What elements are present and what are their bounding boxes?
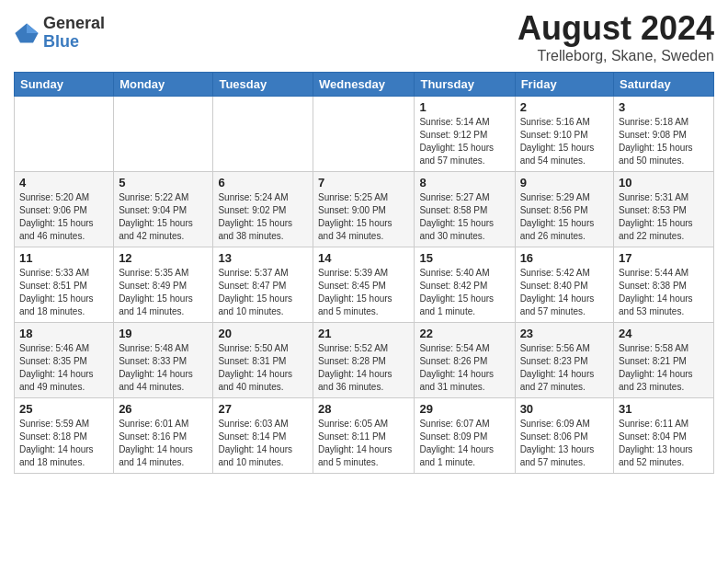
calendar-cell: 21Sunrise: 5:52 AM Sunset: 8:28 PM Dayli…: [313, 323, 415, 398]
day-number: 28: [318, 402, 409, 416]
calendar-cell: 24Sunrise: 5:58 AM Sunset: 8:21 PM Dayli…: [614, 323, 714, 398]
day-info: Sunrise: 5:59 AM Sunset: 8:18 PM Dayligh…: [19, 418, 108, 469]
day-number: 10: [619, 176, 709, 190]
calendar-cell: 12Sunrise: 5:35 AM Sunset: 8:49 PM Dayli…: [114, 247, 213, 323]
day-number: 20: [218, 327, 308, 340]
day-info: Sunrise: 5:44 AM Sunset: 8:38 PM Dayligh…: [619, 267, 709, 318]
calendar-cell: 28Sunrise: 6:05 AM Sunset: 8:11 PM Dayli…: [313, 398, 415, 474]
day-number: 5: [119, 176, 208, 190]
logo: General Blue: [14, 15, 105, 52]
day-info: Sunrise: 5:14 AM Sunset: 9:12 PM Dayligh…: [419, 116, 509, 167]
day-info: Sunrise: 5:25 AM Sunset: 9:00 PM Dayligh…: [318, 191, 409, 243]
calendar-cell: 3Sunrise: 5:18 AM Sunset: 9:08 PM Daylig…: [614, 97, 714, 172]
day-number: 19: [119, 327, 208, 340]
calendar-cell: 11Sunrise: 5:33 AM Sunset: 8:51 PM Dayli…: [15, 247, 114, 323]
day-info: Sunrise: 6:07 AM Sunset: 8:09 PM Dayligh…: [419, 418, 509, 469]
day-number: 11: [19, 251, 108, 265]
calendar-cell: 18Sunrise: 5:46 AM Sunset: 8:35 PM Dayli…: [15, 323, 114, 398]
day-number: 26: [119, 402, 208, 416]
day-number: 30: [520, 402, 609, 416]
calendar-cell: 6Sunrise: 5:24 AM Sunset: 9:02 PM Daylig…: [213, 172, 313, 247]
day-number: 27: [218, 402, 308, 416]
calendar-cell: 26Sunrise: 6:01 AM Sunset: 8:16 PM Dayli…: [114, 398, 213, 474]
main-title: August 2024: [518, 9, 714, 48]
day-number: 9: [520, 176, 609, 190]
day-info: Sunrise: 5:37 AM Sunset: 8:47 PM Dayligh…: [218, 267, 308, 318]
calendar-week-1: 1Sunrise: 5:14 AM Sunset: 9:12 PM Daylig…: [15, 97, 714, 172]
calendar-cell: 14Sunrise: 5:39 AM Sunset: 8:45 PM Dayli…: [313, 247, 415, 323]
day-number: 22: [419, 327, 509, 340]
calendar-cell: 1Sunrise: 5:14 AM Sunset: 9:12 PM Daylig…: [415, 97, 515, 172]
calendar-cell: 7Sunrise: 5:25 AM Sunset: 9:00 PM Daylig…: [313, 172, 415, 247]
logo-text: General Blue: [43, 15, 105, 52]
calendar-cell: 2Sunrise: 5:16 AM Sunset: 9:10 PM Daylig…: [515, 97, 613, 172]
day-info: Sunrise: 5:22 AM Sunset: 9:04 PM Dayligh…: [119, 191, 208, 243]
day-number: 12: [119, 251, 208, 265]
day-number: 24: [619, 327, 709, 340]
day-info: Sunrise: 6:11 AM Sunset: 8:04 PM Dayligh…: [619, 418, 709, 469]
day-info: Sunrise: 5:18 AM Sunset: 9:08 PM Dayligh…: [619, 116, 709, 167]
day-info: Sunrise: 5:40 AM Sunset: 8:42 PM Dayligh…: [419, 267, 509, 318]
subtitle: Trelleborg, Skane, Sweden: [518, 48, 714, 64]
day-number: 25: [19, 402, 108, 416]
title-section: August 2024 Trelleborg, Skane, Sweden: [518, 9, 714, 64]
svg-marker-1: [27, 23, 39, 33]
day-number: 29: [419, 402, 509, 416]
day-number: 15: [419, 251, 509, 265]
calendar-week-4: 18Sunrise: 5:46 AM Sunset: 8:35 PM Dayli…: [15, 323, 714, 398]
logo-icon: [14, 20, 40, 46]
day-number: 23: [520, 327, 609, 340]
calendar-cell: 20Sunrise: 5:50 AM Sunset: 8:31 PM Dayli…: [213, 323, 313, 398]
calendar-cell: 8Sunrise: 5:27 AM Sunset: 8:58 PM Daylig…: [415, 172, 515, 247]
calendar-cell: 5Sunrise: 5:22 AM Sunset: 9:04 PM Daylig…: [114, 172, 213, 247]
day-number: 17: [619, 251, 709, 265]
day-number: 8: [419, 176, 509, 190]
day-number: 7: [318, 176, 409, 190]
day-number: 31: [619, 402, 709, 416]
day-info: Sunrise: 5:39 AM Sunset: 8:45 PM Dayligh…: [318, 267, 409, 318]
calendar-table: SundayMondayTuesdayWednesdayThursdayFrid…: [14, 72, 714, 474]
calendar-cell: 15Sunrise: 5:40 AM Sunset: 8:42 PM Dayli…: [415, 247, 515, 323]
calendar-cell: 29Sunrise: 6:07 AM Sunset: 8:09 PM Dayli…: [415, 398, 515, 474]
calendar-header-saturday: Saturday: [614, 73, 714, 97]
day-number: 3: [619, 100, 709, 114]
day-number: 18: [19, 327, 108, 340]
day-number: 13: [218, 251, 308, 265]
calendar-week-2: 4Sunrise: 5:20 AM Sunset: 9:06 PM Daylig…: [15, 172, 714, 247]
day-number: 14: [318, 251, 409, 265]
logo-general: General: [43, 14, 105, 32]
calendar-cell: [313, 97, 415, 172]
day-number: 6: [218, 176, 308, 190]
calendar-cell: [213, 97, 313, 172]
day-info: Sunrise: 5:35 AM Sunset: 8:49 PM Dayligh…: [119, 267, 208, 318]
calendar-cell: 16Sunrise: 5:42 AM Sunset: 8:40 PM Dayli…: [515, 247, 613, 323]
day-info: Sunrise: 6:03 AM Sunset: 8:14 PM Dayligh…: [218, 418, 308, 469]
day-info: Sunrise: 6:05 AM Sunset: 8:11 PM Dayligh…: [318, 418, 409, 469]
calendar-week-3: 11Sunrise: 5:33 AM Sunset: 8:51 PM Dayli…: [15, 247, 714, 323]
day-info: Sunrise: 5:52 AM Sunset: 8:28 PM Dayligh…: [318, 342, 409, 394]
calendar-cell: 4Sunrise: 5:20 AM Sunset: 9:06 PM Daylig…: [15, 172, 114, 247]
day-info: Sunrise: 5:24 AM Sunset: 9:02 PM Dayligh…: [218, 191, 308, 243]
calendar-cell: [114, 97, 213, 172]
calendar-cell: 13Sunrise: 5:37 AM Sunset: 8:47 PM Dayli…: [213, 247, 313, 323]
day-number: 4: [19, 176, 108, 190]
calendar-header-monday: Monday: [114, 73, 213, 97]
calendar-cell: 25Sunrise: 5:59 AM Sunset: 8:18 PM Dayli…: [15, 398, 114, 474]
calendar-cell: 31Sunrise: 6:11 AM Sunset: 8:04 PM Dayli…: [614, 398, 714, 474]
calendar-header-wednesday: Wednesday: [313, 73, 415, 97]
day-info: Sunrise: 6:09 AM Sunset: 8:06 PM Dayligh…: [520, 418, 609, 469]
day-number: 2: [520, 100, 609, 114]
calendar-cell: 9Sunrise: 5:29 AM Sunset: 8:56 PM Daylig…: [515, 172, 613, 247]
day-info: Sunrise: 6:01 AM Sunset: 8:16 PM Dayligh…: [119, 418, 208, 469]
calendar-cell: 23Sunrise: 5:56 AM Sunset: 8:23 PM Dayli…: [515, 323, 613, 398]
calendar-cell: 17Sunrise: 5:44 AM Sunset: 8:38 PM Dayli…: [614, 247, 714, 323]
calendar-header-sunday: Sunday: [15, 73, 114, 97]
day-info: Sunrise: 5:58 AM Sunset: 8:21 PM Dayligh…: [619, 342, 709, 394]
calendar-cell: [15, 97, 114, 172]
logo-blue: Blue: [43, 32, 79, 51]
page-header: General Blue August 2024 Trelleborg, Ska…: [14, 9, 714, 64]
calendar-header-thursday: Thursday: [415, 73, 515, 97]
calendar-cell: 10Sunrise: 5:31 AM Sunset: 8:53 PM Dayli…: [614, 172, 714, 247]
day-info: Sunrise: 5:33 AM Sunset: 8:51 PM Dayligh…: [19, 267, 108, 318]
calendar-cell: 30Sunrise: 6:09 AM Sunset: 8:06 PM Dayli…: [515, 398, 613, 474]
